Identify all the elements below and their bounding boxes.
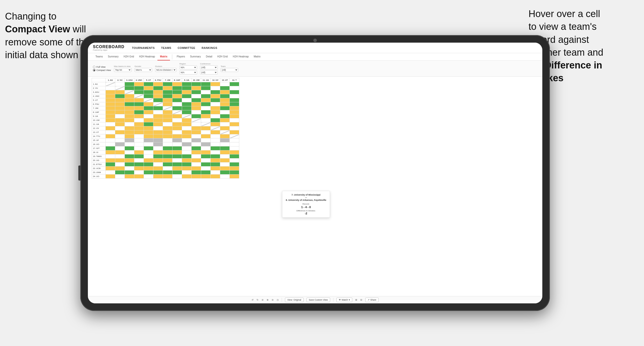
cell-14-11[interactable] [211,138,220,142]
cell-2-12[interactable] [220,90,230,94]
cell-9-4[interactable] [144,118,153,122]
cell-11-13[interactable] [230,126,239,130]
cell-19-13[interactable] [230,158,239,162]
cell-13-3[interactable] [134,134,144,138]
cell-20-6[interactable] [163,162,172,166]
cell-4-12[interactable] [220,98,230,102]
cell-11-10[interactable] [201,126,211,130]
cell-7-10[interactable] [201,110,211,114]
cell-7-6[interactable] [163,110,172,114]
cell-4-1[interactable] [115,98,125,102]
cell-18-5[interactable] [153,154,163,158]
cell-18-0[interactable] [106,154,115,158]
cell-4-8[interactable] [182,98,192,102]
cell-16-11[interactable] [211,146,220,150]
cell-4-13[interactable] [230,98,239,102]
cell-5-10[interactable] [201,102,211,106]
cell-13-11[interactable] [211,134,220,138]
cell-15-12[interactable] [220,142,230,146]
cell-2-5[interactable] [153,90,163,94]
cell-23-2[interactable] [125,175,134,179]
cell-7-12[interactable] [220,110,230,114]
cell-21-0[interactable] [106,166,115,170]
cell-12-3[interactable] [134,130,144,134]
cell-6-2[interactable] [125,106,134,110]
view-original-button[interactable]: View: Original [285,298,303,302]
cell-17-5[interactable] [153,150,163,154]
cell-3-0[interactable] [106,94,115,98]
sub-tab-summary[interactable]: Summary [105,53,121,60]
cell-17-3[interactable] [134,150,144,154]
toolbar-btn6[interactable]: ⊟ [360,299,362,301]
cell-11-0[interactable] [106,126,115,130]
cell-21-5[interactable] [153,166,163,170]
cell-19-11[interactable] [211,158,220,162]
cell-20-0[interactable] [106,162,115,166]
cell-16-2[interactable] [125,146,134,150]
cell-22-3[interactable] [134,170,144,175]
cell-8-0[interactable] [106,114,115,118]
cell-17-11[interactable] [211,150,220,154]
cell-6-13[interactable] [230,106,239,110]
cell-10-5[interactable] [153,122,163,126]
cell-8-7[interactable] [172,114,182,118]
cell-5-4[interactable] [144,102,153,106]
cell-3-10[interactable] [201,94,211,98]
cell-23-13[interactable] [230,175,239,179]
cell-3-9[interactable] [192,94,201,98]
cell-8-13[interactable] [230,114,239,118]
cell-20-4[interactable] [144,162,153,166]
cell-15-11[interactable] [211,142,220,146]
team-select[interactable]: (All) [221,68,238,72]
cell-19-12[interactable] [220,158,230,162]
cell-12-5[interactable] [153,130,163,134]
cell-1-11[interactable] [211,86,220,90]
cell-16-3[interactable] [134,146,144,150]
cell-21-1[interactable] [115,166,125,170]
cell-14-1[interactable] [115,138,125,142]
cell-0-11[interactable] [211,82,220,86]
cell-0-0[interactable] [106,82,115,86]
cell-10-0[interactable] [106,122,115,126]
cell-9-0[interactable] [106,118,115,122]
cell-16-12[interactable] [220,146,230,150]
cell-22-11[interactable] [211,170,220,175]
cell-19-4[interactable] [144,158,153,162]
cell-19-10[interactable] [201,158,211,162]
cell-22-2[interactable] [125,170,134,175]
cell-0-5[interactable] [153,82,163,86]
share-button[interactable]: ↗ Share [365,298,379,302]
cell-22-4[interactable] [144,170,153,175]
cell-13-4[interactable] [144,134,153,138]
cell-19-3[interactable] [134,158,144,162]
cell-17-12[interactable] [220,150,230,154]
nav-teams[interactable]: TEAMS [161,46,171,49]
cell-8-4[interactable] [144,114,153,118]
cell-0-1[interactable] [115,82,125,86]
cell-23-8[interactable] [182,175,192,179]
cell-8-1[interactable] [115,114,125,118]
cell-18-11[interactable] [211,154,220,158]
cell-14-8[interactable] [182,138,192,142]
cell-2-7[interactable] [172,90,182,94]
cell-7-0[interactable] [106,110,115,114]
cell-5-1[interactable] [115,102,125,106]
cell-6-7[interactable] [172,106,182,110]
region-select[interactable]: N/A [180,65,197,69]
cell-5-11[interactable] [211,102,220,106]
cell-2-3[interactable] [134,90,144,94]
cell-12-8[interactable] [182,130,192,134]
cell-19-1[interactable] [115,158,125,162]
cell-2-13[interactable] [230,90,239,94]
cell-2-4[interactable] [144,90,153,94]
cell-1-0[interactable] [106,86,115,90]
cell-1-1[interactable] [115,86,125,90]
cell-20-5[interactable] [153,162,163,166]
cell-7-7[interactable] [172,110,182,114]
cell-10-7[interactable] [172,122,182,126]
cell-9-5[interactable] [153,118,163,122]
cell-15-6[interactable] [163,142,172,146]
cell-6-0[interactable] [106,106,115,110]
cell-1-12[interactable] [220,86,230,90]
cell-14-6[interactable] [163,138,172,142]
